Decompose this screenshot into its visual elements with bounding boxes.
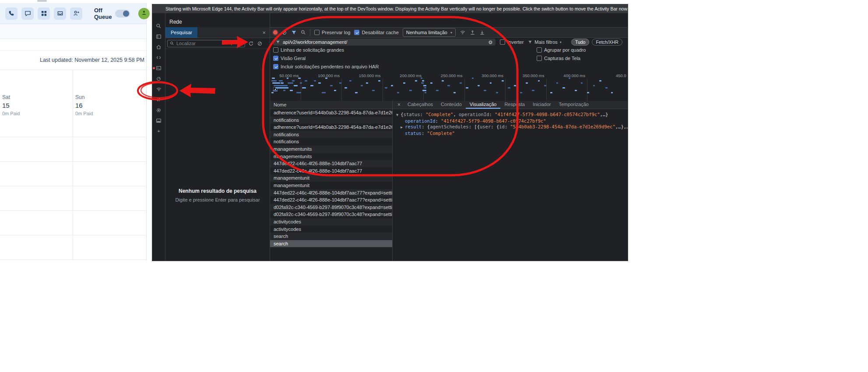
search-tab[interactable]: Pesquisar — [165, 27, 197, 38]
overview-checkbox[interactable] — [273, 56, 278, 61]
group-by-frame-control[interactable]: Agrupar por quadro — [537, 47, 586, 53]
preview-segment: "Complete" — [427, 131, 455, 136]
network-wifi-icon[interactable] — [155, 86, 162, 92]
network-request-row[interactable]: search — [270, 240, 392, 248]
network-request-row[interactable]: activitycodes — [270, 218, 392, 226]
big-request-rows-checkbox[interactable] — [273, 47, 278, 53]
network-request-row[interactable]: activitycodes — [270, 226, 392, 233]
network-request-row[interactable]: managementunits — [270, 145, 392, 153]
page-scrollbar-thumb[interactable] — [37, 0, 47, 2]
request-type-pill[interactable]: Tudo — [571, 39, 590, 46]
user-avatar[interactable] — [138, 8, 150, 19]
har-pending-control[interactable]: Incluir solicitações pendentes no arquiv… — [273, 64, 379, 69]
network-request-row[interactable]: managementunit — [270, 182, 392, 189]
schedule-grid-line — [0, 235, 146, 235]
preserve-log-checkbox[interactable] — [314, 30, 320, 35]
schedule-day-column[interactable]: Sun 16 0m Paid — [73, 70, 146, 261]
app-window: Off Queue Last updated: November 12, 202… — [0, 3, 147, 261]
schedule-day-column[interactable]: Sat 15 0m Paid — [0, 70, 73, 261]
swap-arrows-icon[interactable] — [155, 96, 162, 103]
throttling-select[interactable]: Nenhuma limitação ▾ — [403, 28, 456, 37]
network-request-row[interactable]: adherence?userId=544b0ab3-2298-454a-87da… — [270, 109, 392, 117]
preview-segment: : — [505, 124, 510, 129]
waterfall-bar — [490, 82, 492, 84]
waterfall-bar — [466, 87, 468, 89]
screenshots-checkbox[interactable] — [537, 56, 542, 61]
off-queue-toggle[interactable] — [115, 10, 130, 18]
regex-toggle[interactable]: .* — [230, 41, 235, 46]
filter-clear-icon[interactable] — [488, 40, 493, 45]
waterfall-bar — [478, 85, 480, 86]
add-person-button[interactable] — [70, 7, 82, 20]
dock-panel-icon[interactable] — [155, 33, 162, 40]
sources-code-icon[interactable] — [155, 54, 162, 61]
details-close-icon[interactable]: × — [394, 101, 404, 109]
invert-filter-control[interactable]: Inverter — [500, 39, 524, 45]
apps-grid-button[interactable] — [38, 7, 50, 20]
network-request-row[interactable]: managementunit — [270, 174, 392, 182]
home-icon[interactable] — [155, 44, 162, 50]
more-tools-plus-icon[interactable]: + — [155, 128, 162, 135]
network-request-row[interactable]: d02fa92c-c340-4569-b297-89f9070c3c48?exp… — [270, 211, 392, 218]
day-name: Sat — [2, 94, 73, 100]
search-tool-icon[interactable] — [155, 23, 162, 29]
details-tab[interactable]: Iniciador — [529, 101, 555, 109]
network-request-row[interactable]: 447ded22-c46c-4f26-888e-104dbf7aac77 — [270, 167, 392, 175]
search-pane-close-icon[interactable]: × — [258, 27, 270, 38]
network-request-row[interactable]: notifications — [270, 131, 392, 138]
waterfall-bar — [272, 78, 275, 79]
record-button[interactable] — [273, 30, 278, 35]
network-overview[interactable]: 50.000 ms100.000 ms150.000 ms200.000 ms2… — [270, 72, 628, 101]
network-request-row[interactable]: notifications — [270, 117, 392, 124]
network-request-row[interactable]: search — [270, 233, 392, 240]
import-har-icon[interactable] — [470, 30, 475, 35]
request-type-pill[interactable]: Fetch/XHR — [592, 39, 622, 46]
chat-button[interactable] — [21, 7, 34, 20]
search-network-button[interactable] — [301, 30, 306, 35]
notification-badge — [153, 67, 155, 69]
details-tab[interactable]: Temporização — [555, 101, 592, 109]
network-request-row[interactable]: 447ded22-c46c-4f26-888e-104dbf7aac77?exp… — [270, 189, 392, 197]
disable-cache-control[interactable]: Desabilitar cache — [354, 30, 398, 35]
inbox-button[interactable] — [54, 7, 66, 20]
waterfall-bar — [562, 87, 565, 89]
network-request-row[interactable]: d02fa92c-c340-4569-b297-89f9070c3c48?exp… — [270, 204, 392, 211]
network-request-row[interactable]: 447ded22-c46c-4f26-888e-104dbf7aac77 — [270, 160, 392, 167]
network-filter-input[interactable]: api/v2/workforcemanagement/ — [273, 39, 495, 46]
screenshots-control[interactable]: Capturas de Tela — [537, 56, 586, 61]
network-conditions-wifi-icon[interactable] — [460, 29, 466, 35]
more-filters-button[interactable]: Mais filtros ▾ — [528, 39, 562, 45]
match-case-toggle[interactable]: Aa — [238, 41, 242, 46]
waterfall-bar — [460, 82, 462, 84]
refresh-icon[interactable] — [248, 41, 254, 46]
clear-results-icon[interactable] — [257, 41, 263, 46]
invert-checkbox[interactable] — [500, 39, 505, 45]
details-tab[interactable]: Conteúdo — [437, 101, 466, 109]
network-request-row[interactable]: managementunits — [270, 153, 392, 160]
details-tab[interactable]: Resposta — [500, 101, 528, 109]
preserve-log-control[interactable]: Preservar log — [314, 30, 350, 35]
disable-cache-checkbox[interactable] — [354, 30, 359, 35]
preview-tree[interactable]: ▼ {status: "Complete", operationId: "41f… — [393, 109, 628, 261]
dock-bottom-icon[interactable] — [155, 117, 162, 124]
performance-gauge-icon[interactable] — [155, 75, 162, 82]
settings-gear-icon[interactable] — [155, 107, 162, 113]
network-request-row[interactable]: 447ded22-c46c-4f26-888e-104dbf7aac77?exp… — [270, 196, 392, 204]
details-tab[interactable]: Visualização — [466, 101, 501, 109]
group-by-frame-checkbox[interactable] — [537, 47, 542, 53]
big-request-rows-control[interactable]: Linhas de solicitação grandes — [273, 47, 379, 53]
search-input[interactable]: Localizar .* Aa — [167, 40, 245, 47]
network-request-row[interactable]: notifications — [270, 138, 392, 145]
overview-control[interactable]: Visão Geral — [273, 56, 379, 61]
filter-toggle-button[interactable] — [291, 30, 297, 35]
network-request-row[interactable]: adherence?userId=544b0ab3-2298-454a-87da… — [270, 124, 392, 131]
console-tool-icon[interactable] — [155, 65, 162, 71]
name-column-header[interactable]: Nome — [270, 101, 392, 109]
chat-icon — [25, 10, 31, 17]
export-har-icon[interactable] — [479, 30, 485, 35]
har-pending-checkbox[interactable] — [273, 64, 278, 69]
waterfall-bar — [290, 90, 293, 91]
clear-network-log-button[interactable] — [281, 30, 287, 35]
details-tab[interactable]: Cabeçalhos — [404, 101, 437, 109]
phone-button[interactable] — [5, 7, 18, 20]
